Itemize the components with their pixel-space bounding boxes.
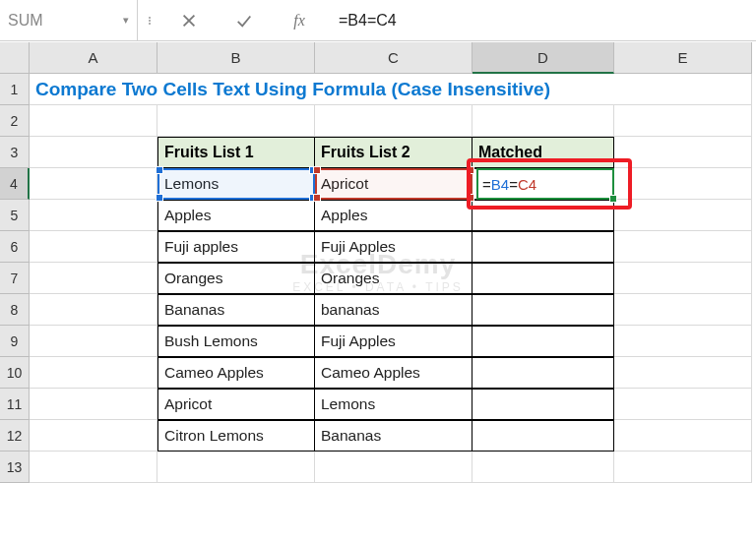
fx-label: fx bbox=[293, 12, 305, 30]
cell-b11[interactable]: Apricot bbox=[158, 389, 315, 420]
cell-b5[interactable]: Apples bbox=[158, 200, 315, 231]
cell-d7[interactable] bbox=[472, 263, 614, 294]
cell-a2[interactable] bbox=[30, 105, 158, 137]
th-fruits1[interactable]: Fruits List 1 bbox=[158, 137, 315, 168]
row-header-7[interactable]: 7 bbox=[0, 263, 30, 294]
cell-a3[interactable] bbox=[30, 137, 158, 168]
cell-d11[interactable] bbox=[472, 389, 614, 420]
row-header-3[interactable]: 3 bbox=[0, 137, 30, 168]
formula-ref2: C4 bbox=[518, 176, 536, 193]
cell-c7[interactable]: Oranges bbox=[315, 263, 472, 294]
cell-e6[interactable] bbox=[614, 231, 752, 263]
cell-e12[interactable] bbox=[614, 420, 752, 452]
row-header-13[interactable]: 13 bbox=[0, 452, 30, 483]
col-header-a[interactable]: A bbox=[30, 42, 158, 74]
cell-b7[interactable]: Oranges bbox=[158, 263, 315, 294]
cell-e9[interactable] bbox=[614, 326, 752, 357]
svg-point-0 bbox=[149, 17, 151, 19]
cell-b2[interactable] bbox=[158, 105, 315, 137]
col-header-e[interactable]: E bbox=[614, 42, 752, 74]
cell-d5[interactable] bbox=[472, 200, 614, 231]
cell-a11[interactable] bbox=[30, 389, 158, 420]
cell-c10[interactable]: Cameo Apples bbox=[315, 357, 472, 389]
formula-eq2: = bbox=[509, 176, 518, 193]
worksheet-grid[interactable]: A B C D E 1 Compare Two Cells Text Using… bbox=[0, 41, 756, 483]
cell-a12[interactable] bbox=[30, 420, 158, 452]
cell-c12[interactable]: Bananas bbox=[315, 420, 472, 452]
cell-e7[interactable] bbox=[614, 263, 752, 294]
cell-e8[interactable] bbox=[614, 294, 752, 326]
cell-d10[interactable] bbox=[472, 357, 614, 389]
cell-e13[interactable] bbox=[614, 452, 752, 483]
formula-bar: SUM ▾ fx =B4=C4 bbox=[0, 0, 756, 41]
cell-d2[interactable] bbox=[472, 105, 614, 137]
enter-button[interactable] bbox=[217, 0, 272, 40]
row-header-11[interactable]: 11 bbox=[0, 389, 30, 420]
cell-c9[interactable]: Fuji Apples bbox=[315, 326, 472, 357]
cell-d12[interactable] bbox=[472, 420, 614, 452]
row-header-8[interactable]: 8 bbox=[0, 294, 30, 326]
cell-a13[interactable] bbox=[30, 452, 158, 483]
insert-function-button[interactable]: fx bbox=[272, 0, 327, 40]
formula-eq1: = bbox=[482, 176, 491, 193]
cell-c11[interactable]: Lemons bbox=[315, 389, 472, 420]
cell-d6[interactable] bbox=[472, 231, 614, 263]
cell-b9[interactable]: Bush Lemons bbox=[158, 326, 315, 357]
x-icon bbox=[180, 12, 198, 30]
cell-e11[interactable] bbox=[614, 389, 752, 420]
cell-b12[interactable]: Citron Lemons bbox=[158, 420, 315, 452]
fill-handle[interactable] bbox=[609, 195, 617, 203]
cancel-button[interactable] bbox=[161, 0, 217, 40]
cell-d8[interactable] bbox=[472, 294, 614, 326]
cell-e5[interactable] bbox=[614, 200, 752, 231]
cell-c2[interactable] bbox=[315, 105, 472, 137]
chevron-down-icon[interactable]: ▾ bbox=[123, 14, 129, 27]
row-header-1[interactable]: 1 bbox=[0, 74, 30, 105]
cell-a8[interactable] bbox=[30, 294, 158, 326]
cell-c5[interactable]: Apples bbox=[315, 200, 472, 231]
cell-a7[interactable] bbox=[30, 263, 158, 294]
cell-e3[interactable] bbox=[614, 137, 752, 168]
active-cell-d4[interactable]: =B4=C4 bbox=[476, 168, 614, 200]
cell-d9[interactable] bbox=[472, 326, 614, 357]
row-header-2[interactable]: 2 bbox=[0, 105, 30, 137]
select-all-corner[interactable] bbox=[0, 42, 30, 74]
row-header-12[interactable]: 12 bbox=[0, 420, 30, 452]
formula-input[interactable]: =B4=C4 bbox=[327, 0, 756, 40]
cell-c6[interactable]: Fuji Apples bbox=[315, 231, 472, 263]
col-header-b[interactable]: B bbox=[158, 42, 315, 74]
th-matched[interactable]: Matched bbox=[472, 137, 614, 168]
row-header-10[interactable]: 10 bbox=[0, 357, 30, 389]
cell-c13[interactable] bbox=[315, 452, 472, 483]
cell-d13[interactable] bbox=[472, 452, 614, 483]
cell-e10[interactable] bbox=[614, 357, 752, 389]
svg-point-1 bbox=[149, 20, 151, 22]
cell-a10[interactable] bbox=[30, 357, 158, 389]
cell-a9[interactable] bbox=[30, 326, 158, 357]
cell-a4[interactable] bbox=[30, 168, 158, 200]
check-icon bbox=[235, 12, 253, 30]
cell-b13[interactable] bbox=[158, 452, 315, 483]
th-fruits2[interactable]: Fruits List 2 bbox=[315, 137, 472, 168]
cell-e4[interactable] bbox=[614, 168, 752, 200]
row-header-9[interactable]: 9 bbox=[0, 326, 30, 357]
cell-e2[interactable] bbox=[614, 105, 752, 137]
cell-b10[interactable]: Cameo Apples bbox=[158, 357, 315, 389]
col-header-d[interactable]: D bbox=[472, 42, 614, 74]
row-header-4[interactable]: 4 bbox=[0, 168, 30, 200]
formula-ref1: B4 bbox=[491, 176, 509, 193]
cell-b4[interactable]: Lemons bbox=[158, 168, 315, 200]
row-header-5[interactable]: 5 bbox=[0, 200, 30, 231]
name-box[interactable]: SUM ▾ bbox=[0, 0, 138, 40]
row-header-6[interactable]: 6 bbox=[0, 231, 30, 263]
cell-b6[interactable]: Fuji apples bbox=[158, 231, 315, 263]
formula-text: =B4=C4 bbox=[339, 12, 397, 30]
col-header-c[interactable]: C bbox=[315, 42, 472, 74]
cell-c8[interactable]: bananas bbox=[315, 294, 472, 326]
cell-a5[interactable] bbox=[30, 200, 158, 231]
separator-dots-icon bbox=[138, 0, 161, 40]
cell-c4[interactable]: Apricot bbox=[315, 168, 472, 200]
cell-a6[interactable] bbox=[30, 231, 158, 263]
svg-point-2 bbox=[149, 23, 151, 25]
cell-b8[interactable]: Bananas bbox=[158, 294, 315, 326]
